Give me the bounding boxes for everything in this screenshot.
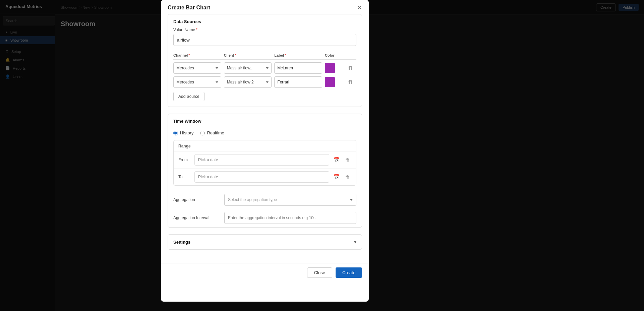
time-window-title: Time Window bbox=[168, 114, 362, 127]
client-header: Client* bbox=[224, 53, 272, 57]
label-input-2[interactable] bbox=[274, 76, 322, 88]
settings-title: Settings bbox=[173, 240, 190, 245]
dialog-footer: Close Create bbox=[161, 263, 369, 282]
settings-chevron-icon: ▾ bbox=[354, 239, 356, 245]
delete-row-2-button[interactable]: 🗑 bbox=[344, 78, 356, 86]
label-header: Label* bbox=[274, 53, 322, 57]
realtime-radio-label[interactable]: Realtime bbox=[200, 130, 224, 135]
to-date-input[interactable] bbox=[194, 171, 329, 183]
from-date-input[interactable] bbox=[194, 154, 329, 166]
dialog-header: Create Bar Chart ✕ bbox=[161, 0, 369, 14]
settings-section: Settings ▾ bbox=[168, 234, 362, 250]
history-radio-label[interactable]: History bbox=[173, 130, 193, 135]
table-row: Mercedes Mass air flow 2 🗑 bbox=[173, 76, 356, 88]
modal-overlay: Create Bar Chart ✕ Data Sources Value Na… bbox=[0, 0, 644, 311]
channel-select-2[interactable]: Mercedes bbox=[173, 76, 221, 88]
aggregation-row: Aggregation Select the aggregation type bbox=[168, 191, 362, 209]
add-source-button[interactable]: Add Source bbox=[173, 92, 204, 101]
from-clear-button[interactable]: 🗑 bbox=[344, 156, 351, 164]
history-label: History bbox=[180, 130, 193, 135]
range-card: Range From 📅 🗑 To 📅 🗑 bbox=[173, 140, 356, 186]
realtime-label: Realtime bbox=[207, 130, 224, 135]
close-icon[interactable]: ✕ bbox=[357, 5, 362, 11]
history-radio[interactable] bbox=[173, 131, 178, 135]
color-swatch-1[interactable] bbox=[325, 63, 335, 73]
sources-table-header: Channel* Client* Label* Color bbox=[173, 51, 356, 60]
delete-row-1-button[interactable]: 🗑 bbox=[344, 64, 356, 72]
dialog-body: Data Sources Value Name* Channel* bbox=[161, 14, 369, 263]
value-name-label: Value Name* bbox=[173, 27, 356, 32]
data-sources-title: Data Sources bbox=[168, 14, 362, 27]
create-button[interactable]: Create bbox=[336, 267, 362, 278]
to-label: To bbox=[178, 175, 192, 179]
channel-select-1[interactable]: Mercedes bbox=[173, 62, 221, 74]
data-sources-inner: Value Name* Channel* Client* bbox=[168, 27, 362, 107]
client-select-1[interactable]: Mass air flow... bbox=[224, 62, 272, 74]
realtime-radio[interactable] bbox=[200, 131, 205, 135]
data-sources-section: Data Sources Value Name* Channel* bbox=[168, 14, 362, 107]
value-name-input[interactable] bbox=[173, 34, 356, 46]
aggregation-label: Aggregation bbox=[173, 197, 220, 202]
create-bar-chart-dialog: Create Bar Chart ✕ Data Sources Value Na… bbox=[161, 0, 369, 302]
time-window-section: Time Window History Realtime Range bbox=[168, 114, 362, 228]
color-swatch-2[interactable] bbox=[325, 77, 335, 87]
aggregation-interval-label: Aggregation Interval bbox=[173, 215, 220, 220]
range-title: Range bbox=[174, 140, 356, 151]
to-calendar-icon[interactable]: 📅 bbox=[332, 173, 341, 181]
close-button[interactable]: Close bbox=[307, 267, 332, 278]
time-window-radio-group: History Realtime bbox=[168, 127, 362, 140]
to-clear-button[interactable]: 🗑 bbox=[344, 173, 351, 181]
dialog-title: Create Bar Chart bbox=[168, 5, 210, 11]
aggregation-interval-input[interactable] bbox=[224, 212, 356, 224]
table-row: Mercedes Mass air flow... 🗑 bbox=[173, 62, 356, 74]
from-calendar-icon[interactable]: 📅 bbox=[332, 156, 341, 164]
settings-header[interactable]: Settings ▾ bbox=[168, 235, 362, 249]
from-label: From bbox=[178, 158, 192, 162]
aggregation-select[interactable]: Select the aggregation type bbox=[224, 194, 356, 206]
client-select-2[interactable]: Mass air flow 2 bbox=[224, 76, 272, 88]
channel-header: Channel* bbox=[173, 53, 221, 57]
color-header: Color bbox=[325, 53, 342, 57]
aggregation-interval-row: Aggregation Interval bbox=[168, 209, 362, 227]
to-row: To 📅 🗑 bbox=[174, 169, 356, 185]
label-input-1[interactable] bbox=[274, 62, 322, 74]
from-row: From 📅 🗑 bbox=[174, 151, 356, 169]
